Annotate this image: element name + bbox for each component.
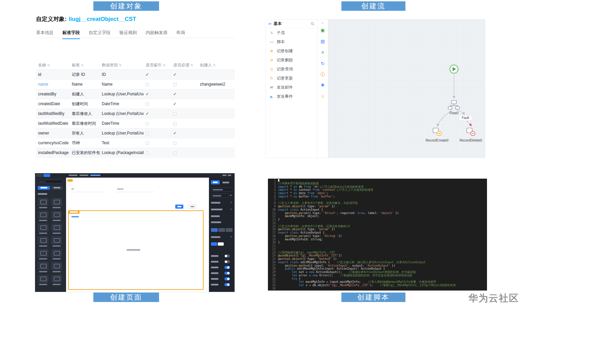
sort-icon[interactable]: ⇅	[47, 63, 50, 67]
flow-canvas[interactable]: Flow0 Fault RecordCreate0 RecordDelete0	[328, 20, 485, 158]
move-icon[interactable]: ✚	[321, 83, 325, 88]
media-icon[interactable]: ▣	[321, 28, 325, 33]
record-delete-label[interactable]: RecordDelete0	[460, 139, 482, 142]
flow-sidebar-item[interactable]: ↻记录更新	[266, 74, 317, 83]
component-tile[interactable]	[38, 223, 49, 232]
table-row[interactable]: createdDate创建时间DateTime✓	[36, 99, 235, 109]
table-row[interactable]: currencyIsoCode币种Text	[36, 138, 235, 148]
collapse-icon[interactable]: ‹	[322, 20, 323, 28]
primary-button[interactable]	[175, 205, 183, 209]
object-name-link[interactable]: liugj__creatObject__CST	[69, 16, 136, 22]
property-input[interactable]	[211, 188, 233, 191]
input-underline[interactable]	[70, 192, 104, 192]
properties-tab[interactable]	[211, 180, 220, 184]
code-line[interactable]: 30 let error = new Error(); //新建错误类型的实例，…	[268, 274, 487, 277]
topbar-tab-active[interactable]	[43, 174, 50, 177]
toggle-switch[interactable]	[224, 283, 230, 286]
table-row[interactable]: owner所有人Lookup (User,PortalUse...✓	[36, 128, 235, 138]
component-tile[interactable]	[51, 249, 62, 257]
component-tile[interactable]	[51, 223, 62, 232]
action-chip[interactable]	[226, 228, 233, 232]
table-row[interactable]: lastModifiedBy最后修改人Lookup (User,PortalUs…	[36, 109, 235, 119]
code-line[interactable]: 13}	[268, 218, 487, 221]
field-name-cell[interactable]: name	[36, 80, 70, 89]
code-line[interactable]: 20}	[268, 241, 487, 244]
component-tile[interactable]	[51, 211, 62, 219]
toggle-switch[interactable]	[224, 266, 230, 269]
chevron-down-icon[interactable]: ▾	[231, 208, 232, 211]
sort-icon[interactable]: ⇅	[81, 63, 84, 67]
code-line[interactable]: 6import * as buffer from 'buffer';	[268, 195, 487, 199]
search-icon[interactable]	[311, 22, 314, 26]
col-header-label[interactable]: 标签⇅	[70, 61, 100, 69]
component-tile[interactable]	[51, 262, 62, 270]
start-node[interactable]	[449, 64, 459, 74]
page-canvas[interactable]: ID Name	[66, 178, 209, 292]
code-line[interactable]: 21	[268, 244, 487, 248]
events-tab[interactable]	[222, 182, 229, 183]
secondary-button[interactable]	[188, 205, 196, 209]
fault-label[interactable]: Fault	[462, 116, 469, 120]
code-line[interactable]: 33 let s = db.object('lgj__MaskMgtInfo__…	[268, 284, 487, 287]
extended-components-button[interactable]	[51, 186, 63, 190]
property-input[interactable]	[211, 194, 228, 198]
segment[interactable]	[218, 242, 224, 246]
flow-sidebar-item[interactable]: ⊕记录创建	[266, 47, 317, 56]
basic-components-button[interactable]	[38, 186, 50, 190]
component-tile[interactable]	[38, 211, 49, 219]
section-header[interactable]	[211, 236, 220, 238]
code-editor[interactable]: 1 2//本脚本用于新增或者修改数据3import * as db from '…	[268, 179, 487, 291]
col-header-creator[interactable]: 创建人⇅	[198, 61, 235, 69]
sort-icon[interactable]: ⇅	[190, 63, 193, 67]
container-toolbar[interactable]	[71, 216, 79, 217]
table-row[interactable]: nameNameNamezhangweiwei2	[36, 80, 235, 89]
sort-icon[interactable]: ⇅	[163, 63, 165, 67]
flow-sidebar-item[interactable]: ↳子流	[266, 28, 317, 37]
component-tile[interactable]	[51, 275, 62, 283]
col-header-required[interactable]: 是否必需⇅	[171, 61, 198, 69]
flow-sidebar-item[interactable]: e.发送事件	[266, 92, 317, 101]
table-row[interactable]: lastModifiedDate最后修改时间DateTime	[36, 119, 235, 128]
sort-icon[interactable]: ⇅	[213, 63, 216, 67]
col-header-indexed[interactable]: 是否索引⇅	[144, 61, 171, 69]
code-line[interactable]: 19 maskMgtInfoId: string;	[268, 238, 487, 241]
component-tile[interactable]	[38, 236, 49, 244]
action-chip[interactable]	[218, 228, 225, 232]
flow0-node-label[interactable]: Flow0	[450, 111, 459, 115]
topbar-tab[interactable]	[36, 174, 43, 177]
record-create-label[interactable]: RecordCreate0	[426, 139, 449, 142]
branch-icon[interactable]: ▤	[321, 39, 325, 44]
col-header-type[interactable]: 数据类型⇅	[100, 61, 144, 69]
search-input[interactable]	[38, 180, 63, 183]
action-chip[interactable]	[211, 228, 218, 232]
emoji-icon[interactable]: ☺	[321, 94, 325, 99]
flow-sidebar-item[interactable]: ⊙记录查询	[266, 65, 317, 74]
section-header[interactable]	[211, 202, 220, 204]
flow-sidebar-item[interactable]: </>脚本	[266, 37, 317, 47]
component-tile[interactable]	[38, 198, 49, 206]
toggle-switch[interactable]	[224, 254, 230, 257]
table-row[interactable]: id记录 IDID✓✓	[36, 70, 235, 80]
segment-active[interactable]	[211, 242, 217, 246]
flow-sidebar-item[interactable]: ⊖记录删除	[266, 56, 317, 65]
toggle-switch[interactable]	[224, 277, 230, 280]
sort-icon[interactable]: ⇅	[119, 63, 122, 67]
table-row[interactable]: createdBy创建人Lookup (User,PortalUser)✓✓	[36, 89, 235, 99]
add-icon[interactable]: +	[230, 193, 232, 197]
topbar-icon[interactable]	[228, 175, 231, 176]
component-tile[interactable]	[38, 275, 49, 283]
component-tile[interactable]	[38, 262, 49, 270]
loop-icon[interactable]: ↻	[321, 61, 325, 66]
component-tile[interactable]	[51, 236, 62, 244]
component-tile[interactable]	[51, 198, 62, 206]
chevron-down-icon[interactable]: ▾	[231, 236, 232, 238]
code-line[interactable]: 34	[268, 287, 487, 291]
section-header[interactable]	[211, 209, 222, 210]
flow-sidebar-item[interactable]: ✉发送邮件	[266, 83, 317, 92]
col-header-name[interactable]: 名称⇅	[36, 61, 70, 69]
list-icon[interactable]: ≡	[321, 50, 325, 55]
pause-icon[interactable]: ∥	[321, 72, 325, 77]
topbar-icon[interactable]	[222, 175, 226, 176]
toggle-switch[interactable]	[224, 272, 230, 275]
component-tile[interactable]	[38, 249, 49, 257]
